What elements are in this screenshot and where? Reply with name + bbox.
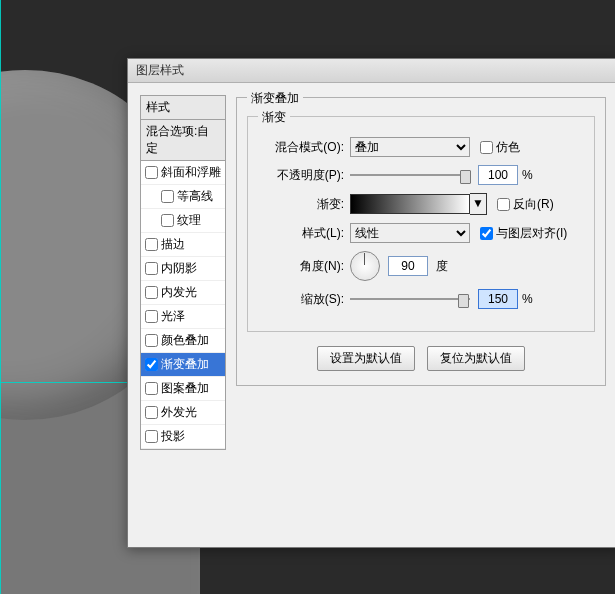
style-item-checkbox[interactable] bbox=[145, 334, 158, 347]
style-item-label: 斜面和浮雕 bbox=[161, 164, 221, 181]
align-label: 与图层对齐(I) bbox=[496, 225, 567, 242]
set-default-button[interactable]: 设置为默认值 bbox=[317, 346, 415, 371]
style-item-checkbox[interactable] bbox=[145, 310, 158, 323]
style-item-label: 内发光 bbox=[161, 284, 197, 301]
dither-checkbox[interactable]: 仿色 bbox=[480, 139, 520, 156]
gradient-preview[interactable] bbox=[350, 194, 470, 214]
style-list-header: 样式 bbox=[141, 96, 225, 120]
blend-options-row[interactable]: 混合选项:自定 bbox=[141, 120, 225, 161]
gradient-overlay-fieldset: 渐变叠加 渐变 混合模式(O): 叠加 仿色 不透明度(P): % bbox=[236, 97, 606, 386]
opacity-slider[interactable] bbox=[350, 168, 470, 182]
style-item-checkbox[interactable] bbox=[145, 286, 158, 299]
style-item-3[interactable]: 描边 bbox=[141, 233, 225, 257]
scale-unit: % bbox=[522, 292, 533, 306]
angle-input[interactable] bbox=[388, 256, 428, 276]
align-checkbox[interactable]: 与图层对齐(I) bbox=[480, 225, 567, 242]
opacity-unit: % bbox=[522, 168, 533, 182]
style-item-5[interactable]: 内发光 bbox=[141, 281, 225, 305]
style-item-checkbox[interactable] bbox=[145, 382, 158, 395]
style-item-checkbox[interactable] bbox=[161, 214, 174, 227]
style-item-checkbox[interactable] bbox=[145, 262, 158, 275]
style-item-10[interactable]: 外发光 bbox=[141, 401, 225, 425]
style-item-label: 渐变叠加 bbox=[161, 356, 209, 373]
scale-input[interactable] bbox=[478, 289, 518, 309]
style-item-label: 纹理 bbox=[177, 212, 201, 229]
style-item-label: 外发光 bbox=[161, 404, 197, 421]
style-item-checkbox[interactable] bbox=[145, 406, 158, 419]
style-item-label: 图案叠加 bbox=[161, 380, 209, 397]
style-item-label: 颜色叠加 bbox=[161, 332, 209, 349]
style-item-2[interactable]: 纹理 bbox=[141, 209, 225, 233]
layer-style-dialog: 图层样式 样式 混合选项:自定 斜面和浮雕等高线纹理描边内阴影内发光光泽颜色叠加… bbox=[127, 58, 615, 548]
style-item-label: 光泽 bbox=[161, 308, 185, 325]
style-item-checkbox[interactable] bbox=[161, 190, 174, 203]
reset-default-button[interactable]: 复位为默认值 bbox=[427, 346, 525, 371]
style-item-0[interactable]: 斜面和浮雕 bbox=[141, 161, 225, 185]
angle-dial[interactable] bbox=[350, 251, 380, 281]
style-item-label: 内阴影 bbox=[161, 260, 197, 277]
style-item-label: 投影 bbox=[161, 428, 185, 445]
angle-unit: 度 bbox=[436, 258, 448, 275]
inner-legend: 渐变 bbox=[258, 109, 290, 126]
style-item-checkbox[interactable] bbox=[145, 166, 158, 179]
blend-mode-select[interactable]: 叠加 bbox=[350, 137, 470, 157]
style-item-6[interactable]: 光泽 bbox=[141, 305, 225, 329]
style-item-4[interactable]: 内阴影 bbox=[141, 257, 225, 281]
style-item-checkbox[interactable] bbox=[145, 238, 158, 251]
reverse-checkbox[interactable]: 反向(R) bbox=[497, 196, 554, 213]
guide-line-v bbox=[0, 0, 1, 594]
style-item-8[interactable]: 渐变叠加 bbox=[141, 353, 225, 377]
scale-label: 缩放(S): bbox=[258, 291, 344, 308]
blend-mode-label: 混合模式(O): bbox=[258, 139, 344, 156]
style-item-9[interactable]: 图案叠加 bbox=[141, 377, 225, 401]
style-item-11[interactable]: 投影 bbox=[141, 425, 225, 449]
dialog-titlebar[interactable]: 图层样式 bbox=[128, 59, 615, 83]
gradient-dropdown-arrow[interactable]: ▼ bbox=[470, 193, 487, 215]
style-item-label: 等高线 bbox=[177, 188, 213, 205]
style-select[interactable]: 线性 bbox=[350, 223, 470, 243]
style-item-checkbox[interactable] bbox=[145, 358, 158, 371]
style-list: 样式 混合选项:自定 斜面和浮雕等高线纹理描边内阴影内发光光泽颜色叠加渐变叠加图… bbox=[140, 95, 226, 450]
style-item-label: 描边 bbox=[161, 236, 185, 253]
gradient-label: 渐变: bbox=[258, 196, 344, 213]
style-item-7[interactable]: 颜色叠加 bbox=[141, 329, 225, 353]
opacity-label: 不透明度(P): bbox=[258, 167, 344, 184]
style-item-1[interactable]: 等高线 bbox=[141, 185, 225, 209]
angle-label: 角度(N): bbox=[258, 258, 344, 275]
fieldset-legend: 渐变叠加 bbox=[247, 90, 303, 107]
dither-label: 仿色 bbox=[496, 139, 520, 156]
gradient-inner-fieldset: 渐变 混合模式(O): 叠加 仿色 不透明度(P): % bbox=[247, 116, 595, 332]
style-label: 样式(L): bbox=[258, 225, 344, 242]
opacity-input[interactable] bbox=[478, 165, 518, 185]
scale-slider[interactable] bbox=[350, 292, 470, 306]
style-item-checkbox[interactable] bbox=[145, 430, 158, 443]
reverse-label: 反向(R) bbox=[513, 196, 554, 213]
